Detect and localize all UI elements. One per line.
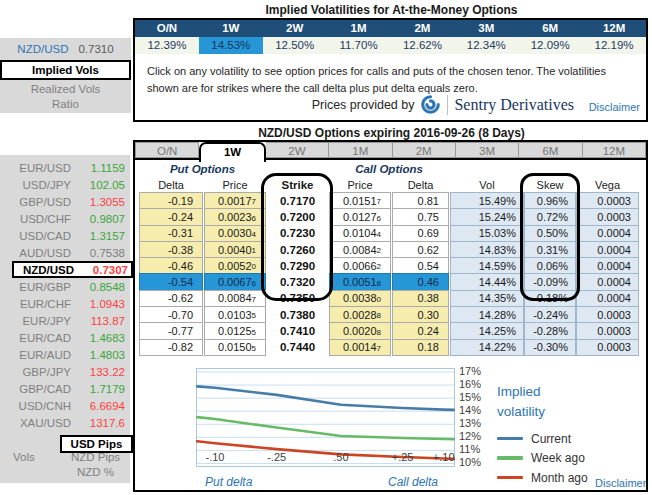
atm-vol-cell-3M[interactable]: 12.34%	[454, 37, 518, 54]
pair-label: USD/CAD	[11, 230, 71, 242]
tab-3M[interactable]: 3M	[456, 142, 519, 158]
menu-item-implied-vols[interactable]: Implied Vols	[0, 60, 131, 80]
pair-row-EUR/GBP[interactable]: EUR/GBP0.8548	[0, 278, 130, 295]
atm-vol-cell-2W[interactable]: 12.50%	[263, 37, 327, 54]
pair-row-EUR/CAD[interactable]: EUR/CAD1.4683	[0, 329, 130, 346]
vega-cell: 0.0003	[576, 192, 639, 209]
call-delta-cell: 0.69	[392, 225, 449, 242]
option-row-strike-0.7320[interactable]: -0.540.006760.73200.005180.4614.44%-0.09…	[139, 273, 639, 290]
options-chain-table: -0.190.001770.71700.015170.8115.49%0.96%…	[135, 192, 639, 356]
skew-cell: -0.09%	[524, 273, 576, 290]
tab-12M[interactable]: 12M	[583, 142, 646, 158]
pair-label: EUR/AUD	[11, 349, 71, 361]
call-price-cell: 0.00288	[329, 306, 391, 323]
menu-item-nzd-percent[interactable]: NZD %	[58, 466, 133, 478]
put-delta-axis-label: Put delta	[205, 475, 252, 489]
strike-cell: 0.7350	[266, 290, 329, 307]
atm-tenor-12M: 12M	[582, 20, 646, 37]
option-row-strike-0.7410[interactable]: -0.770.012550.74100.002080.2414.25%-0.28…	[139, 322, 639, 339]
atm-vol-cell-2M[interactable]: 12.62%	[391, 37, 455, 54]
call-price-cell: 0.00518	[329, 273, 391, 290]
atm-vol-cell-12M[interactable]: 12.19%	[582, 37, 646, 54]
option-row-strike-0.7260[interactable]: -0.380.004010.72600.008420.6214.83%0.31%…	[139, 241, 639, 258]
vol-cell: 15.03%	[450, 225, 524, 242]
atm-vol-cell-1W[interactable]: 14.53%	[199, 37, 263, 54]
strike-cell: 0.7170	[266, 192, 329, 209]
vol-cell: 14.25%	[450, 322, 524, 339]
tab-1W[interactable]: 1W	[199, 142, 265, 162]
tab-O/N[interactable]: O/N	[135, 142, 199, 158]
vols-label: Vols	[13, 451, 35, 463]
y-axis-label-17%: 17%	[459, 365, 493, 377]
vega-cell: 0.0004	[576, 225, 639, 242]
option-group-headers: Put Options Call Options	[135, 163, 646, 177]
menu-item-usd-pips[interactable]: USD Pips	[60, 435, 133, 453]
provider-brand: Sentry Derivatives	[454, 96, 574, 114]
instrument-quote: NZD/USD 0.7310	[0, 38, 131, 55]
put-options-header: Put Options	[139, 163, 266, 175]
call-price-cell: 0.01044	[329, 225, 391, 242]
put-price-cell: 0.01505	[204, 339, 266, 356]
call-price-cell: 0.01517	[329, 192, 391, 209]
x-tick-label: .50	[333, 451, 348, 463]
pair-row-GBP/JPY[interactable]: GBP/JPY133.22	[0, 363, 130, 380]
page-title: Implied Volatilities for At-the-Money Op…	[133, 3, 650, 17]
pair-row-USD/JPY[interactable]: USD/JPY102.05	[0, 176, 130, 193]
tab-2W[interactable]: 2W	[266, 142, 329, 158]
pair-row-EUR/USD[interactable]: EUR/USD1.1159	[0, 159, 130, 176]
atm-tenor-header-row: O/N1W2W1M2M3M6M12M	[135, 20, 646, 37]
pair-value: 113.87	[79, 315, 125, 327]
legend-item-week-ago: Week ago	[497, 451, 613, 465]
pair-row-EUR/JPY[interactable]: EUR/JPY113.87	[0, 312, 130, 329]
legend-label: Month ago	[531, 471, 588, 485]
strike-cell: 0.7440	[266, 339, 329, 356]
vega-cell: 0.0003	[576, 339, 639, 356]
put-delta-cell: -0.70	[139, 306, 203, 323]
pair-row-AUD/USD[interactable]: AUD/USD0.7538	[0, 244, 130, 261]
option-row-strike-0.7200[interactable]: -0.240.002360.72000.012760.7515.24%0.72%…	[139, 208, 639, 225]
put-price-cell: 0.00177	[204, 192, 266, 209]
pair-row-XAU/USD[interactable]: XAU/USD1317.6	[0, 414, 130, 431]
pair-row-USD/CAD[interactable]: USD/CAD1.3157	[0, 227, 130, 244]
tab-6M[interactable]: 6M	[519, 142, 582, 158]
option-row-strike-0.7290[interactable]: -0.460.005200.72900.006620.5414.59%0.06%…	[139, 257, 639, 274]
y-axis-label-16%: 16%	[459, 378, 493, 390]
legend-swatch	[497, 476, 523, 480]
tab-1M[interactable]: 1M	[329, 142, 392, 158]
pair-value: 0.7307	[82, 264, 128, 276]
option-row-strike-0.7440[interactable]: -0.820.015050.74400.001470.1814.22%-0.30…	[139, 339, 639, 356]
info-text: Click on any volatility to see option pr…	[147, 63, 634, 97]
pair-row-USD/CHF[interactable]: USD/CHF0.9807	[0, 210, 130, 227]
pair-row-NZD/USD[interactable]: NZD/USD0.7307	[12, 261, 133, 278]
atm-vol-cell-O/N[interactable]: 12.39%	[135, 37, 199, 54]
pair-row-GBP/CAD[interactable]: GBP/CAD1.7179	[0, 380, 130, 397]
column-header-vega-7: Vega	[576, 178, 639, 192]
pair-row-USD/CNH[interactable]: USD/CNH6.6694	[0, 397, 130, 414]
put-delta-cell: -0.24	[139, 208, 203, 225]
skew-cell: -0.18%	[524, 290, 576, 307]
option-row-strike-0.7170[interactable]: -0.190.001770.71700.015170.8115.49%0.96%…	[139, 192, 639, 209]
disclaimer-link-bottom[interactable]: Disclaimer	[595, 477, 646, 489]
pair-row-EUR/CHF[interactable]: EUR/CHF1.0943	[0, 295, 130, 312]
strike-cell: 0.7260	[266, 241, 329, 258]
disclaimer-link-top[interactable]: Disclaimer	[589, 101, 640, 113]
call-price-cell: 0.00208	[329, 322, 391, 339]
pair-value: 102.05	[79, 179, 125, 191]
pair-label: GBP/CAD	[11, 383, 71, 395]
tab-2M[interactable]: 2M	[393, 142, 456, 158]
atm-panel: O/N1W2W1M2M3M6M12M 12.39%14.53%12.50%11.…	[133, 18, 648, 122]
put-price-cell: 0.00847	[204, 290, 266, 307]
option-row-strike-0.7230[interactable]: -0.310.003040.72300.010440.6915.03%0.50%…	[139, 225, 639, 242]
pair-row-GBP/USD[interactable]: GBP/USD1.3055	[0, 193, 130, 210]
option-row-strike-0.7350[interactable]: -0.620.008470.73500.003800.3814.35%-0.18…	[139, 290, 639, 307]
pair-value: 1317.6	[79, 417, 125, 429]
pair-label: USD/CNH	[11, 400, 71, 412]
menu-item-ratio[interactable]: Ratio	[0, 98, 131, 110]
atm-vol-cell-1M[interactable]: 11.70%	[327, 37, 391, 54]
atm-vol-cell-6M[interactable]: 12.09%	[518, 37, 582, 54]
pair-row-EUR/AUD[interactable]: EUR/AUD1.4803	[0, 346, 130, 363]
menu-item-realized-vols[interactable]: Realized Vols	[0, 83, 131, 95]
call-price-cell: 0.00147	[329, 339, 391, 356]
y-axis-label-10%: 10%	[459, 456, 493, 468]
option-row-strike-0.7380[interactable]: -0.700.010350.73800.002880.3014.28%-0.24…	[139, 306, 639, 323]
